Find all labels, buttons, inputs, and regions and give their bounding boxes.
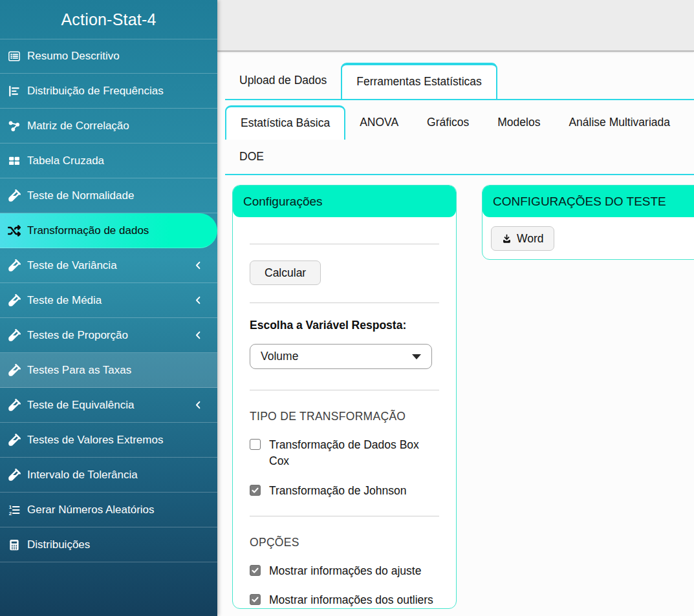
chevron-left-icon — [193, 330, 203, 340]
config-panel-title: Configurações — [243, 195, 323, 209]
vial-icon — [6, 468, 22, 482]
subtab-modelos[interactable]: Modelos — [483, 105, 554, 140]
divider — [250, 244, 439, 244]
sidebar-item-label: Gerar Números Aleatórios — [27, 504, 155, 516]
top-header-band — [217, 0, 694, 52]
calculate-button[interactable]: Calcular — [250, 260, 321, 285]
tab-upload-de-dados[interactable]: Upload de Dados — [225, 63, 341, 99]
transformation-options-group: Transformação de Dados Box CoxTransforma… — [250, 437, 439, 499]
checkbox-box[interactable] — [250, 594, 261, 605]
sidebar-item-transformacao-de-dados[interactable]: Transformação de dados — [0, 213, 217, 248]
sidebar-item-label: Testes de Valores Extremos — [27, 434, 163, 447]
sidebar-item-label: Intervalo de Tolerância — [27, 469, 138, 482]
main-area: Upload de DadosFerramentas Estatísticas … — [217, 0, 694, 616]
vial-icon — [6, 259, 22, 273]
sidebar-item-matriz-de-correlacao[interactable]: Matriz de Correlação — [0, 109, 217, 143]
checkbox-label: Mostrar informações dos outliers — [269, 592, 433, 608]
vial-icon — [6, 189, 22, 203]
sidebar-item-label: Teste de Normalidade — [27, 189, 134, 202]
sidebar-item-label: Distribuições — [27, 538, 90, 551]
vial-icon — [6, 363, 22, 377]
subtab-anova[interactable]: ANOVA — [345, 105, 413, 140]
sidebar-item-label: Matriz de Correlação — [27, 120, 129, 133]
nodes-icon — [6, 119, 22, 133]
divider — [250, 390, 439, 390]
chevron-left-icon — [193, 260, 203, 270]
word-export-button[interactable]: Word — [491, 226, 554, 251]
subtab-estatistica-basica[interactable]: Estatística Básica — [225, 105, 345, 140]
select-value: Volume — [261, 350, 298, 363]
sidebar-item-teste-de-variancia[interactable]: Teste de Variância — [0, 248, 217, 283]
response-variable-select[interactable]: Volume — [250, 344, 432, 369]
sidebar-item-label: Distribuição de Frequências — [27, 85, 164, 98]
download-icon — [501, 233, 512, 244]
chevron-left-icon — [193, 295, 203, 305]
app-root: Action-Stat-4 Resumo DescritivoDistribui… — [0, 0, 694, 616]
test-panel-title: CONFIGURAÇÕES DO TESTE — [493, 195, 666, 209]
tab-ferramentas-estatisticas[interactable]: Ferramentas Estatísticas — [341, 63, 497, 99]
panels-row: Configurações Calcular Escolha a Variáve… — [232, 185, 694, 609]
checkbox-mostrar-informacoes-do-ajuste[interactable]: Mostrar informações do ajuste — [250, 563, 439, 579]
sidebar-item-label: Teste de Média — [27, 294, 102, 307]
test-config-panel: CONFIGURAÇÕES DO TESTE Word — [482, 185, 694, 260]
sidebar-item-intervalo-de-tolerancia[interactable]: Intervalo de Tolerância — [0, 458, 217, 493]
sidebar-item-label: Teste de Equivalência — [27, 399, 134, 412]
sidebar: Action-Stat-4 Resumo DescritivoDistribui… — [0, 0, 217, 616]
list-alt-icon — [6, 49, 22, 63]
sidebar-item-testes-de-valores-extremos[interactable]: Testes de Valores Extremos — [0, 423, 217, 458]
main-tabs: Upload de DadosFerramentas Estatísticas — [225, 63, 694, 100]
vial-icon — [6, 328, 22, 343]
sidebar-item-testes-para-as-taxas[interactable]: Testes Para as Taxas — [0, 353, 217, 388]
subtab-doe[interactable]: DOE — [225, 140, 278, 174]
sidebar-item-teste-de-equivalencia[interactable]: Teste de Equivalência — [0, 388, 217, 423]
list-ol-icon: 12 — [6, 503, 22, 517]
caret-down-icon — [412, 354, 421, 359]
config-panel: Configurações Calcular Escolha a Variáve… — [232, 185, 457, 609]
svg-text:2: 2 — [9, 510, 12, 516]
sidebar-item-label: Transformação de dados — [27, 224, 149, 237]
response-variable-label: Escolha a Variável Resposta: — [250, 319, 439, 332]
sidebar-item-distribuicoes[interactable]: Distribuições — [0, 527, 217, 562]
display-options-group: Mostrar informações do ajusteMostrar inf… — [250, 563, 439, 609]
calculator-icon — [6, 538, 22, 552]
sidebar-item-tabela-cruzada[interactable]: Tabela Cruzada — [0, 143, 217, 178]
sidebar-item-gerar-numeros-aleatorios[interactable]: 12Gerar Números Aleatórios — [0, 493, 217, 527]
sidebar-item-label: Testes Para as Taxas — [27, 364, 131, 377]
sidebar-nav: Resumo DescritivoDistribuição de Frequên… — [0, 39, 217, 562]
checkbox-transformacao-de-dados-box-cox[interactable]: Transformação de Dados Box Cox — [250, 437, 439, 469]
word-button-label: Word — [517, 232, 544, 246]
config-panel-header: Configurações — [233, 186, 456, 217]
sidebar-item-label: Teste de Variância — [27, 259, 117, 272]
sidebar-item-label: Testes de Proporção — [27, 329, 128, 342]
checkbox-box[interactable] — [250, 565, 261, 576]
sidebar-item-label: Tabela Cruzada — [27, 154, 104, 167]
chevron-left-icon — [193, 400, 203, 410]
sidebar-item-resumo-descritivo[interactable]: Resumo Descritivo — [0, 39, 217, 74]
sidebar-item-distribuicao-de-frequencias[interactable]: Distribuição de Frequências — [0, 74, 217, 109]
subtab-graficos[interactable]: Gráficos — [413, 105, 483, 140]
vial-icon — [6, 398, 22, 412]
vial-icon — [6, 433, 22, 447]
checkbox-transformacao-de-johnson[interactable]: Transformação de Johnson — [250, 483, 439, 499]
test-panel-header: CONFIGURAÇÕES DO TESTE — [483, 186, 694, 217]
divider — [250, 516, 439, 516]
sub-tabs: Estatística BásicaANOVAGráficosModelosAn… — [225, 105, 694, 175]
vial-icon — [6, 293, 22, 308]
chart-bars-icon — [6, 84, 22, 98]
sidebar-item-testes-de-proporcao[interactable]: Testes de Proporção — [0, 318, 217, 353]
checkbox-mostrar-informacoes-dos-outliers[interactable]: Mostrar informações dos outliers — [250, 592, 439, 608]
app-title: Action-Stat-4 — [0, 0, 217, 39]
sidebar-item-teste-de-normalidade[interactable]: Teste de Normalidade — [0, 178, 217, 213]
transformation-section-title: TIPO DE TRANSFORMAÇÃO — [250, 410, 439, 423]
shuffle-icon — [6, 224, 22, 238]
checkbox-box[interactable] — [250, 439, 261, 450]
options-section-title: OPÇÕES — [250, 536, 439, 549]
table-icon — [6, 154, 22, 168]
sidebar-item-teste-de-media[interactable]: Teste de Média — [0, 283, 217, 318]
sidebar-item-label: Resumo Descritivo — [27, 50, 120, 63]
checkbox-box[interactable] — [250, 485, 261, 496]
checkbox-label: Transformação de Johnson — [269, 483, 406, 499]
content-area: Upload de DadosFerramentas Estatísticas … — [217, 52, 694, 609]
subtab-analise-multivariada[interactable]: Análise Multivariada — [554, 105, 684, 140]
test-panel-body: Word — [483, 217, 694, 260]
